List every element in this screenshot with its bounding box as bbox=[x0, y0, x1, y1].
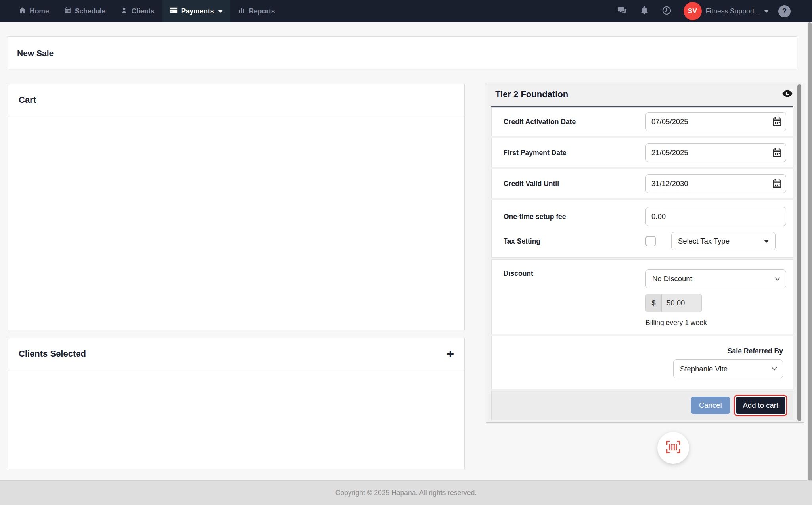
currency-prefix: $ bbox=[646, 294, 662, 312]
setup-fee-label: One-time setup fee bbox=[504, 213, 645, 221]
avatar[interactable]: SV bbox=[684, 2, 702, 20]
nav-item-label: Reports bbox=[249, 7, 275, 15]
clock-icon bbox=[662, 6, 671, 17]
clients-selected-card: Clients Selected + bbox=[8, 338, 465, 469]
tax-setting-subrow: Tax Setting Select Tax Type bbox=[492, 229, 793, 257]
messages-button[interactable] bbox=[610, 6, 634, 16]
panel-footer: Cancel Add to cart bbox=[491, 391, 793, 420]
discount-amount-field: $ bbox=[645, 294, 702, 312]
calendar-icon bbox=[64, 7, 71, 16]
navbar-right: SV Fitness Support... ? bbox=[610, 2, 791, 20]
nav-item-label: Clients bbox=[131, 7, 154, 15]
credit-activation-date-field bbox=[645, 112, 786, 131]
help-button[interactable]: ? bbox=[778, 5, 791, 17]
eye-icon[interactable] bbox=[782, 90, 793, 99]
question-mark-icon: ? bbox=[782, 7, 787, 15]
nav-item-label: Payments bbox=[181, 7, 214, 15]
discount-amount-group: $ bbox=[645, 294, 786, 312]
discount-label: Discount bbox=[504, 269, 645, 278]
chevron-down-icon bbox=[764, 240, 769, 243]
first-payment-date-label: First Payment Date bbox=[504, 149, 645, 157]
page-title-card: New Sale bbox=[8, 36, 797, 69]
top-navbar: Home Schedule Clients Payments Reports bbox=[0, 0, 812, 22]
panel-header: Tier 2 Foundation bbox=[486, 83, 804, 106]
product-config-panel: Tier 2 Foundation Credit Activation Date… bbox=[486, 83, 804, 423]
credit-valid-until-input[interactable] bbox=[645, 174, 786, 193]
setup-fee-subrow: One-time setup fee bbox=[492, 200, 793, 229]
tax-setting-controls: Select Tax Type bbox=[645, 232, 786, 250]
nav-item-home[interactable]: Home bbox=[11, 0, 57, 22]
calendar-icon[interactable] bbox=[772, 148, 782, 159]
setup-fee-field bbox=[645, 207, 786, 226]
site-footer: Copyright © 2025 Hapana. All rights rese… bbox=[0, 480, 812, 505]
discount-select-value: No Discount bbox=[652, 275, 692, 283]
nav-item-clients[interactable]: Clients bbox=[113, 0, 162, 22]
tax-type-select[interactable]: Select Tax Type bbox=[671, 232, 776, 250]
barcode-scanner-icon bbox=[665, 440, 682, 456]
credit-card-icon bbox=[170, 7, 178, 15]
sale-referred-row: Sale Referred By Stephanie Vite bbox=[491, 336, 793, 389]
setup-fee-input[interactable] bbox=[645, 207, 786, 226]
calendar-icon[interactable] bbox=[772, 179, 782, 190]
cart-card: Cart bbox=[8, 84, 465, 330]
discount-select[interactable]: No Discount bbox=[645, 269, 786, 288]
sale-referred-select-value: Stephanie Vite bbox=[680, 365, 728, 373]
discount-line: Discount No Discount bbox=[504, 269, 786, 288]
page-scrollbar-thumb[interactable] bbox=[808, 22, 812, 500]
chat-icon bbox=[617, 6, 627, 16]
fee-and-tax-row: One-time setup fee Tax Setting Select Ta… bbox=[491, 200, 793, 258]
first-payment-date-field bbox=[645, 143, 786, 162]
discount-amount-input[interactable] bbox=[662, 294, 701, 312]
chevron-down-icon bbox=[775, 277, 780, 281]
add-to-cart-button[interactable]: Add to cart bbox=[736, 397, 785, 414]
sale-referred-select[interactable]: Stephanie Vite bbox=[673, 359, 783, 378]
sale-referred-label: Sale Referred By bbox=[728, 347, 783, 355]
nav-item-label: Schedule bbox=[75, 7, 106, 15]
avatar-initials: SV bbox=[688, 7, 697, 15]
tax-setting-label: Tax Setting bbox=[504, 237, 645, 246]
credit-valid-until-label: Credit Valid Until bbox=[504, 180, 645, 188]
first-payment-date-input[interactable] bbox=[645, 143, 786, 162]
barcode-scan-button[interactable] bbox=[657, 432, 689, 464]
account-name-label: Fitness Support... bbox=[706, 7, 760, 15]
notifications-button[interactable] bbox=[634, 6, 655, 16]
credit-activation-date-label: Credit Activation Date bbox=[504, 118, 645, 126]
nav-item-reports[interactable]: Reports bbox=[230, 0, 282, 22]
chevron-down-icon bbox=[772, 367, 777, 371]
nav-item-schedule[interactable]: Schedule bbox=[57, 0, 113, 22]
chevron-down-icon bbox=[764, 10, 769, 13]
cancel-button[interactable]: Cancel bbox=[691, 397, 730, 414]
discount-row: Discount No Discount $ Billing every 1 w… bbox=[491, 259, 793, 334]
add-client-button[interactable]: + bbox=[446, 348, 454, 360]
home-icon bbox=[19, 7, 26, 16]
add-to-cart-highlight-ring: Add to cart bbox=[734, 395, 787, 416]
cart-header: Cart bbox=[8, 84, 464, 115]
copyright-text: Copyright © 2025 Hapana. All rights rese… bbox=[335, 489, 477, 497]
nav-item-label: Home bbox=[30, 7, 49, 15]
bar-chart-icon bbox=[238, 7, 245, 16]
history-button[interactable] bbox=[655, 6, 678, 17]
first-payment-date-row: First Payment Date bbox=[491, 138, 793, 167]
credit-valid-until-row: Credit Valid Until bbox=[491, 169, 793, 198]
credit-activation-date-row: Credit Activation Date bbox=[491, 107, 793, 136]
cart-title: Cart bbox=[19, 95, 36, 105]
chevron-down-icon bbox=[218, 10, 223, 13]
product-title: Tier 2 Foundation bbox=[495, 89, 568, 100]
panel-scrollbar-thumb[interactable] bbox=[797, 84, 801, 421]
nav-item-payments[interactable]: Payments bbox=[162, 0, 231, 22]
credit-valid-until-field bbox=[645, 174, 786, 193]
page-scrollbar-track[interactable] bbox=[807, 22, 812, 505]
clients-selected-title: Clients Selected bbox=[19, 349, 86, 359]
bell-icon bbox=[640, 6, 649, 16]
calendar-icon[interactable] bbox=[772, 117, 782, 129]
billing-frequency-note: Billing every 1 week bbox=[645, 319, 786, 327]
panel-rows: Credit Activation Date First Payment Dat… bbox=[491, 107, 793, 389]
account-menu[interactable]: Fitness Support... bbox=[706, 7, 769, 15]
tax-setting-checkbox[interactable] bbox=[645, 236, 656, 246]
page-title: New Sale bbox=[17, 48, 54, 58]
person-icon bbox=[121, 7, 128, 16]
clients-selected-header: Clients Selected + bbox=[8, 338, 464, 369]
credit-activation-date-input[interactable] bbox=[645, 112, 786, 131]
tax-type-select-value: Select Tax Type bbox=[678, 237, 730, 246]
